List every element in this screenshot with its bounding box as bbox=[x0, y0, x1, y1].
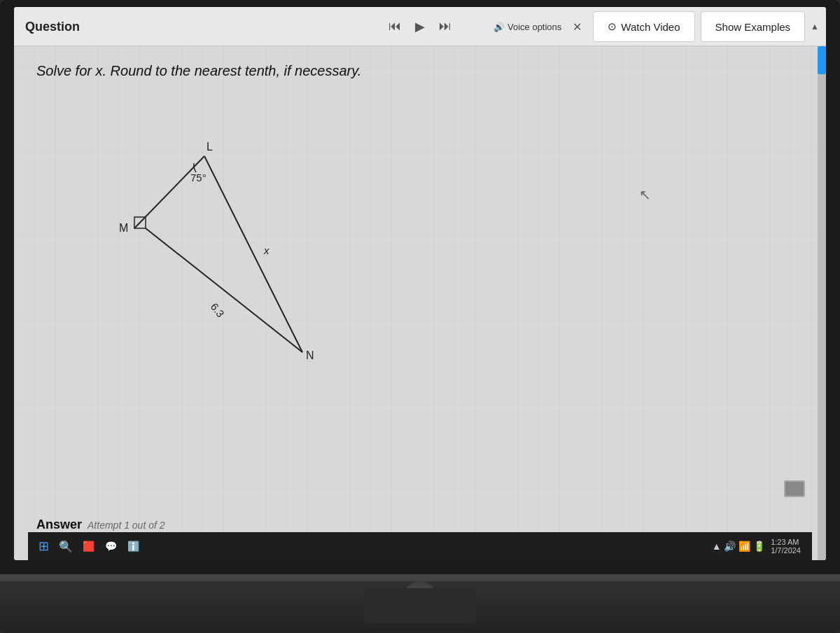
answer-label: Answer bbox=[36, 517, 82, 532]
prev-button[interactable]: ⏮ bbox=[386, 16, 404, 36]
svg-text:N: N bbox=[306, 349, 314, 361]
answer-section: Answer Attempt 1 out of 2 bbox=[36, 517, 165, 532]
time-display: 1:23 AM bbox=[771, 538, 801, 546]
windows-icon[interactable]: ⊞ bbox=[34, 536, 53, 556]
main-content: Solve for x. Round to the nearest tenth,… bbox=[14, 46, 826, 560]
next-button[interactable]: ⏭ bbox=[436, 16, 454, 36]
scrollbar[interactable] bbox=[818, 46, 826, 560]
voice-options-button[interactable]: 🔊 Voice options bbox=[493, 22, 561, 32]
search-taskbar-icon[interactable]: 🔍 bbox=[56, 536, 76, 556]
svg-text:L: L bbox=[206, 141, 213, 153]
svg-text:M: M bbox=[119, 222, 128, 234]
diagram-area: L 75° M N 6.3 x bbox=[92, 100, 372, 394]
top-right-controls: 🔊 Voice options ✕ ⊙ Watch Video Show Exa… bbox=[493, 7, 819, 46]
attempt-label: Attempt 1 out of 2 bbox=[88, 520, 165, 531]
svg-line-2 bbox=[204, 156, 302, 352]
laptop-bottom: hp bbox=[0, 574, 840, 633]
video-icon: ⊙ bbox=[608, 20, 617, 33]
svg-text:75°: 75° bbox=[190, 172, 206, 183]
watch-video-label: Watch Video bbox=[621, 21, 680, 33]
cursor-indicator: ↖ bbox=[639, 186, 651, 203]
voice-options-label: Voice options bbox=[507, 22, 561, 32]
taskbar-right: ▲ 🔊 📶 🔋 1:23 AM 1/7/2024 bbox=[712, 538, 801, 555]
show-examples-button[interactable]: Show Examples bbox=[701, 11, 806, 42]
system-tray: ▲ 🔊 📶 🔋 bbox=[712, 541, 766, 552]
taskbar-app-2[interactable]: 💬 bbox=[101, 536, 120, 556]
svg-text:x: x bbox=[263, 244, 270, 256]
top-bar: Question ⏮ ▶ ⏭ 🔊 Voice options ✕ bbox=[14, 7, 826, 46]
monitor-icon bbox=[784, 480, 805, 497]
problem-text: Solve for x. Round to the nearest tenth,… bbox=[36, 63, 804, 79]
screen: Question ⏮ ▶ ⏭ 🔊 Voice options ✕ bbox=[14, 7, 826, 560]
question-label: Question bbox=[25, 19, 80, 34]
scrollbar-thumb[interactable] bbox=[818, 46, 826, 74]
laptop-hinge bbox=[0, 574, 840, 581]
svg-text:6.3: 6.3 bbox=[209, 300, 227, 319]
svg-line-3 bbox=[146, 228, 302, 352]
taskbar-app-1[interactable]: 🟥 bbox=[78, 536, 98, 556]
taskbar: ⊞ 🔍 🟥 💬 ℹ️ ▲ 🔊 📶 🔋 1:23 AM 1/7/2024 bbox=[28, 532, 812, 560]
play-button[interactable]: ▶ bbox=[412, 16, 428, 37]
laptop-frame: Question ⏮ ▶ ⏭ 🔊 Voice options ✕ bbox=[0, 0, 840, 574]
date-display: 1/7/2024 bbox=[771, 546, 801, 555]
speaker-icon: 🔊 bbox=[493, 22, 505, 32]
show-examples-label: Show Examples bbox=[715, 21, 791, 33]
touchpad[interactable] bbox=[364, 588, 476, 623]
taskbar-app-3[interactable]: ℹ️ bbox=[123, 536, 143, 556]
app-content: Question ⏮ ▶ ⏭ 🔊 Voice options ✕ bbox=[14, 7, 826, 560]
scroll-up-arrow[interactable]: ▲ bbox=[811, 22, 819, 32]
taskbar-items: ⊞ 🔍 🟥 💬 ℹ️ bbox=[34, 536, 143, 556]
triangle-diagram: L 75° M N 6.3 x bbox=[92, 100, 358, 380]
clock: 1:23 AM 1/7/2024 bbox=[771, 538, 801, 555]
close-button[interactable]: ✕ bbox=[567, 18, 587, 36]
watch-video-button[interactable]: ⊙ Watch Video bbox=[593, 11, 694, 42]
